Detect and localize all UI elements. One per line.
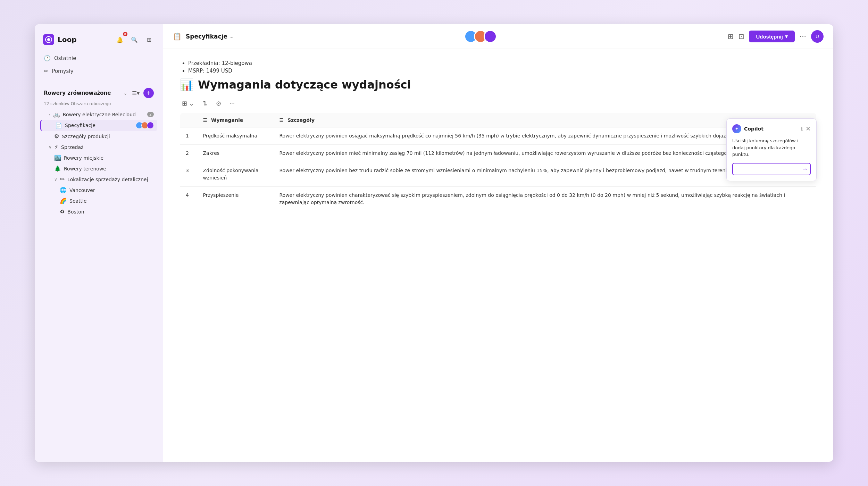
city-icon: 🏙️ [54,154,61,161]
clock-icon: 🕐 [44,55,51,61]
col-icon-szczegoly: ☰ [279,117,284,123]
sidebar-item-rowery-miejskie[interactable]: 🏙️ Rowery miejskie [40,152,157,163]
cell-req-0: Prędkość maksymalna [198,127,274,145]
document-icon: 📄 [55,122,62,129]
table-header-num [180,113,198,127]
main-content: 📋 Specyfikacje ⌄ ⊞ ⊡ Udostępnij ▾ ··· U [163,24,833,462]
collab-avatar-3 [484,30,497,43]
doc-bullets: Przekładnia: 12-biegowa MSRP: 1499 USD [180,60,817,74]
heading-text: Wymagania dotyczące wydajności [198,78,411,91]
app-window: Loop 🔔 🔍 ⊞ 🕐 Ostatnie ✏️ Pomysły Rowery … [35,24,833,462]
window-icon[interactable]: ⊡ [738,32,744,41]
globe-icon: 🌐 [60,187,67,193]
workspace-header: Rowery zrównoważone ⌄ ☰▾ + [40,85,157,101]
workspace-actions: ☰▾ + [130,87,154,99]
sidebar-nav: 🕐 Ostatnie ✏️ Pomysły [35,51,163,81]
cell-num-0: 1 [180,127,198,145]
share-chevron: ▾ [785,33,788,40]
edit-icon: ✏️ [44,68,48,74]
sort-button[interactable]: ⇅ [200,98,210,109]
share-button[interactable]: Udostępnij ▾ [749,31,795,42]
collab-avatars [137,122,154,129]
more-options-icon[interactable]: ··· [800,32,806,41]
copilot-text: Uściślij kolumnę szczegółów i dodaj punk… [732,137,811,158]
sidebar-item-boston[interactable]: ♻️ Boston [40,206,157,217]
sidebar-item-specyfikacje[interactable]: 📄 Specyfikacje [40,120,157,131]
sidebar-header-icons: 🔔 🔍 ⊞ [114,34,155,45]
sidebar-item-pomysly[interactable]: ✏️ Pomysły [39,65,159,77]
copilot-panel: ✦ Copilot ℹ ✕ Uściślij kolumnę szczegółó… [726,118,817,181]
sidebar-section: Rowery zrównoważone ⌄ ☰▾ + 12 członków O… [35,81,163,217]
copilot-close-button[interactable]: ✕ [806,125,811,133]
cell-req-1: Zakres [198,145,274,162]
pencil-icon: ✏️ [60,176,65,183]
col-icon-wymaganie: ☰ [203,117,208,123]
tree-label-seattle: Seattle [69,198,87,204]
table-row: 3 Zdolność pokonywania wzniesień Rower e… [180,162,817,187]
sidebar-item-szczegoly-produkcji[interactable]: ⚙️ Szczegóły produkcji [40,131,157,142]
sidebar-item-rowery-terenowe[interactable]: 🌲 Rowery terenowe [40,163,157,174]
copilot-input[interactable] [732,163,811,175]
table-row: 1 Prędkość maksymalna Rower elektryczny … [180,127,817,145]
page-icon: 📋 [173,32,182,41]
search-button[interactable]: 🔍 [129,34,140,45]
workspace-title: Rowery zrównoważone [44,90,120,96]
sidebar: Loop 🔔 🔍 ⊞ 🕐 Ostatnie ✏️ Pomysły Rowery … [35,24,163,462]
chevron-right-icon: › [49,112,50,117]
list-options-button[interactable]: ☰▾ [130,87,141,99]
view-toggle-button[interactable]: ⊞ ⌄ [180,98,196,109]
user-avatar[interactable]: U [811,30,824,43]
tree-label-specyfikacje: Specyfikacje [65,123,95,128]
tree-label-rowery-terenowe: Rowery terenowe [64,166,106,171]
gear-icon: ⚙️ [54,133,59,140]
bullet-1: Przekładnia: 12-biegowa [188,60,817,66]
tree-label-rowery-elektryczne: Rowery elektryczne Relecloud [63,112,136,117]
chevron-down-icon-sprzedaz: ∨ [49,145,52,150]
page-title-bar[interactable]: Specyfikacje ⌄ [186,33,234,40]
table-row: 2 Zakres Rower elektryczny powinien mieć… [180,145,817,162]
col-label-szczegoly: Szczegóły [287,117,315,123]
table-header-row: ☰ Wymaganie ☰ Szczegóły [180,113,817,127]
table-toolbar: ⊞ ⌄ ⇅ ⊘ ··· [180,98,817,109]
nav-label-pomysly: Pomysły [52,68,73,74]
copilot-send-button[interactable]: → [802,165,808,173]
workspace-subtitle: 12 członków Obszaru roboczego [40,101,157,109]
add-button[interactable]: + [143,88,154,98]
more-table-button[interactable]: ··· [227,99,237,109]
page-title-chevron: ⌄ [229,34,234,39]
recycle-icon: ♻️ [60,208,65,215]
sidebar-item-seattle[interactable]: 🌈 Seattle [40,195,157,206]
topbar: 📋 Specyfikacje ⌄ ⊞ ⊡ Udostępnij ▾ ··· U [163,24,833,49]
copilot-input-wrapper: → [732,163,811,175]
layout-button[interactable]: ⊞ [143,34,155,45]
bike-icon: 🚲 [53,111,60,118]
copilot-title: Copilot [744,126,798,132]
doc-area: Przekładnia: 12-biegowa MSRP: 1499 USD 📊… [163,49,833,462]
section-heading: 📊 Wymagania dotyczące wydajności [180,78,817,91]
rainbow-icon: 🌈 [60,198,67,204]
grid-icon[interactable]: ⊞ [728,32,734,41]
cell-req-2: Zdolność pokonywania wzniesień [198,162,274,187]
notifications-button[interactable]: 🔔 [114,34,125,45]
sidebar-item-lokalizacje[interactable]: ∨ ✏️ Lokalizacje sprzedaży detalicznej [40,174,157,185]
page-title: Specyfikacje [186,33,227,40]
sidebar-item-vancouver[interactable]: 🌐 Vancouver [40,185,157,195]
chevron-down-icon: ⌄ [123,90,127,96]
sidebar-item-rowery-elektryczne[interactable]: › 🚲 Rowery elektryczne Relecloud 2 [40,109,157,120]
copilot-header: ✦ Copilot ℹ ✕ [732,124,811,133]
nav-label-ostatnie: Ostatnie [54,55,76,61]
table-header-wymaganie: ☰ Wymaganie [198,113,274,127]
app-title: Loop [58,35,77,44]
collab-avatars-top [464,30,497,43]
sidebar-item-ostatnie[interactable]: 🕐 Ostatnie [39,52,159,64]
sidebar-item-sprzedaz[interactable]: ∨ ⚡ Sprzedaż [40,142,157,152]
tree-label-boston: Boston [67,209,84,215]
avatar-3 [147,122,154,129]
filter-button[interactable]: ⊘ [214,98,223,109]
cell-num-1: 2 [180,145,198,162]
cell-detail-3: Rower elektryczny powinien charakteryzow… [274,187,817,211]
lightning-icon: ⚡ [55,144,58,150]
cell-req-3: Przyspieszenie [198,187,274,211]
col-label-wymaganie: Wymaganie [211,117,243,123]
share-label: Udostępnij [756,34,783,40]
